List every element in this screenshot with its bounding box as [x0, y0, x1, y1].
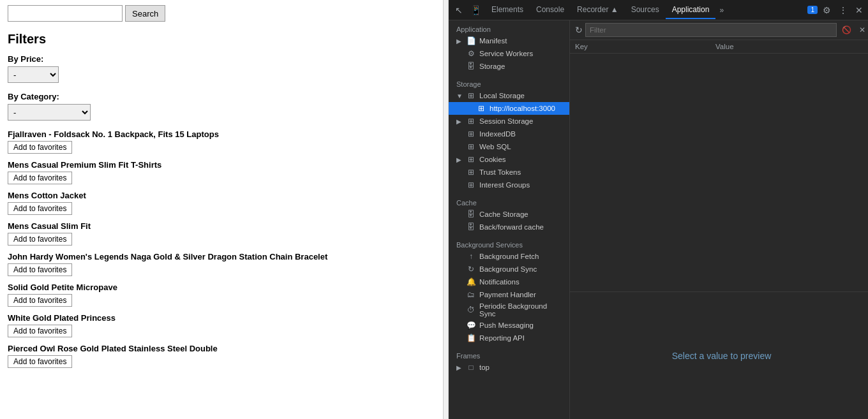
more-options-icon[interactable]: ⋮ — [836, 4, 850, 17]
ss-arrow: ▶ — [456, 118, 463, 125]
add-to-favorites-button[interactable]: Add to favorites — [8, 325, 72, 337]
storage-label: Storage — [479, 62, 505, 70]
bgs-icon: ↻ — [467, 265, 475, 274]
ig-icon: ⊞ — [467, 180, 475, 189]
product-title: Fjallraven - Foldsack No. 1 Backpack, Fi… — [8, 129, 435, 139]
product-title: White Gold Plated Princess — [8, 313, 435, 323]
sidebar-item-interest-groups[interactable]: ▶ ⊞ Interest Groups — [449, 179, 569, 191]
sidebar-item-cookies[interactable]: ▶ ⊞ Cookies — [449, 153, 569, 166]
app-scrollbar[interactable] — [444, 0, 449, 419]
sidebar-item-top-frame[interactable]: ▶ □ top — [449, 361, 569, 374]
devtools-tabs: ↖ 📱 Elements Console Recorder ▲ Sources … — [449, 0, 868, 20]
add-to-favorites-button[interactable]: Add to favorites — [8, 172, 72, 184]
settings-icon[interactable]: ⚙ — [820, 4, 834, 17]
product-item: Fjallraven - Foldsack No. 1 Backpack, Fi… — [8, 129, 435, 158]
filter-clear-icon[interactable]: 🚫 — [839, 24, 854, 36]
add-to-favorites-button[interactable]: Add to favorites — [8, 263, 72, 276]
sidebar-item-cache-storage[interactable]: ▶ 🗄 Cache Storage — [449, 208, 569, 221]
device-icon[interactable]: 📱 — [467, 3, 485, 18]
price-filter-label: By Price: — [8, 54, 435, 64]
product-item: Solid Gold Petite MicropaveAdd to favori… — [8, 283, 435, 311]
filter-input[interactable] — [585, 23, 837, 37]
app-panel: Search Filters By Price: - < $50 $50-$10… — [0, 0, 444, 419]
storage-icon: 🗄 — [467, 62, 475, 71]
cs-icon: 🗄 — [467, 210, 475, 219]
price-filter-section: By Price: - < $50 $50-$100 > $100 — [8, 54, 435, 92]
notif-label: Notifications — [479, 278, 520, 286]
ls-icon: ⊞ — [467, 91, 475, 100]
ss-label: Session Storage — [479, 117, 533, 125]
product-item: Mens Casual Slim FitAdd to favorites — [8, 221, 435, 249]
sidebar-item-storage-main[interactable]: ▶ 🗄 Storage — [449, 60, 569, 73]
price-filter-select[interactable]: - < $50 $50-$100 > $100 — [8, 66, 59, 83]
filter-close-icon[interactable]: ✕ — [857, 24, 868, 36]
close-icon[interactable]: ✕ — [853, 4, 865, 17]
sidebar-item-indexeddb[interactable]: ▶ ⊞ IndexedDB — [449, 128, 569, 140]
tab-sources[interactable]: Sources — [625, 1, 666, 19]
sidebar-item-periodic-bg-sync[interactable]: ▶ ⏱ Periodic Background Sync — [449, 301, 569, 319]
idb-icon: ⊞ — [467, 129, 475, 138]
category-filter-select[interactable]: - Electronics Clothing Jewelry — [8, 104, 91, 121]
sidebar-item-websql[interactable]: ▶ ⊞ Web SQL — [449, 140, 569, 153]
bgf-label: Background Fetch — [479, 253, 539, 260]
cache-group-label: Cache — [449, 196, 569, 208]
sidebar-item-notifications[interactable]: ▶ 🔔 Notifications — [449, 276, 569, 288]
pm-icon: 💬 — [467, 321, 475, 330]
ph-icon: 🗂 — [467, 290, 475, 299]
bfc-label: Back/forward cache — [479, 223, 544, 231]
sidebar-item-bfcache[interactable]: ▶ 🗄 Back/forward cache — [449, 221, 569, 233]
localhost-label: http://localhost:3000 — [490, 105, 555, 112]
sidebar-item-trust-tokens[interactable]: ▶ ⊞ Trust Tokens — [449, 166, 569, 179]
category-filter-section: By Category: - Electronics Clothing Jewe… — [8, 92, 435, 129]
search-input[interactable] — [8, 5, 123, 22]
sidebar-item-service-workers[interactable]: ▶ ⚙ Service Workers — [449, 47, 569, 60]
manifest-icon: 📄 — [467, 36, 475, 45]
add-to-favorites-button[interactable]: Add to favorites — [8, 294, 72, 307]
idb-label: IndexedDB — [479, 130, 516, 138]
tab-elements[interactable]: Elements — [485, 1, 530, 19]
search-button[interactable]: Search — [125, 5, 165, 22]
ls-label: Local Storage — [479, 92, 525, 99]
cursor-icon[interactable]: ↖ — [451, 3, 467, 18]
ss-icon: ⊞ — [467, 117, 475, 126]
product-title: Pierced Owl Rose Gold Plated Stainless S… — [8, 344, 435, 353]
frames-group-label: Frames — [449, 349, 569, 361]
sidebar-item-manifest[interactable]: ▶ 📄 Manifest — [449, 34, 569, 47]
product-title: John Hardy Women's Legends Naga Gold & S… — [8, 252, 435, 261]
storage-group-label: Storage — [449, 78, 569, 89]
sidebar-item-payment-handler[interactable]: ▶ 🗂 Payment Handler — [449, 288, 569, 301]
devtools-content: ↻ 🚫 ✕ Key Value Select a value to previe… — [570, 20, 868, 419]
product-item: Mens Cotton JacketAdd to favorites — [8, 191, 435, 219]
refresh-icon[interactable]: ↻ — [575, 25, 583, 35]
devtools-sidebar: Application ▶ 📄 Manifest ▶ ⚙ Service Wor… — [449, 20, 570, 419]
sidebar-bg-section: Background Services ▶ ↑ Background Fetch… — [449, 236, 569, 347]
tt-label: Trust Tokens — [479, 168, 521, 176]
sidebar-item-bg-sync[interactable]: ▶ ↻ Background Sync — [449, 263, 569, 276]
tab-more[interactable]: » — [715, 3, 728, 17]
devtools-panel: ↖ 📱 Elements Console Recorder ▲ Sources … — [449, 0, 868, 419]
add-to-favorites-button[interactable]: Add to favorites — [8, 233, 72, 246]
manifest-label: Manifest — [479, 37, 507, 45]
cookies-icon: ⊞ — [467, 155, 475, 164]
sidebar-item-reporting-api[interactable]: ▶ 📋 Reporting API — [449, 332, 569, 344]
add-to-favorites-button[interactable]: Add to favorites — [8, 141, 72, 154]
search-bar: Search — [8, 5, 435, 22]
sidebar-item-push-messaging[interactable]: ▶ 💬 Push Messaging — [449, 319, 569, 332]
col-value: Value — [715, 43, 868, 50]
wsql-label: Web SQL — [479, 143, 511, 151]
pbs-icon: ⏱ — [467, 305, 475, 314]
sidebar-item-localhost[interactable]: ▶ ⊞ http://localhost:3000 — [449, 102, 569, 115]
tab-application[interactable]: Application — [666, 1, 716, 19]
sidebar-item-localstorage[interactable]: ▼ ⊞ Local Storage — [449, 89, 569, 102]
tab-recorder[interactable]: Recorder ▲ — [571, 1, 625, 19]
preview-area: Select a value to preview — [570, 291, 868, 419]
sidebar-item-bg-fetch[interactable]: ▶ ↑ Background Fetch — [449, 250, 569, 263]
product-title: Mens Casual Slim Fit — [8, 221, 435, 231]
issues-badge: 1 — [807, 6, 818, 14]
sidebar-item-session-storage[interactable]: ▶ ⊞ Session Storage — [449, 115, 569, 128]
tab-console[interactable]: Console — [530, 1, 571, 19]
add-to-favorites-button[interactable]: Add to favorites — [8, 355, 72, 368]
sidebar-app-label: Application — [449, 23, 569, 34]
add-to-favorites-button[interactable]: Add to favorites — [8, 202, 72, 215]
kv-area — [570, 54, 868, 291]
